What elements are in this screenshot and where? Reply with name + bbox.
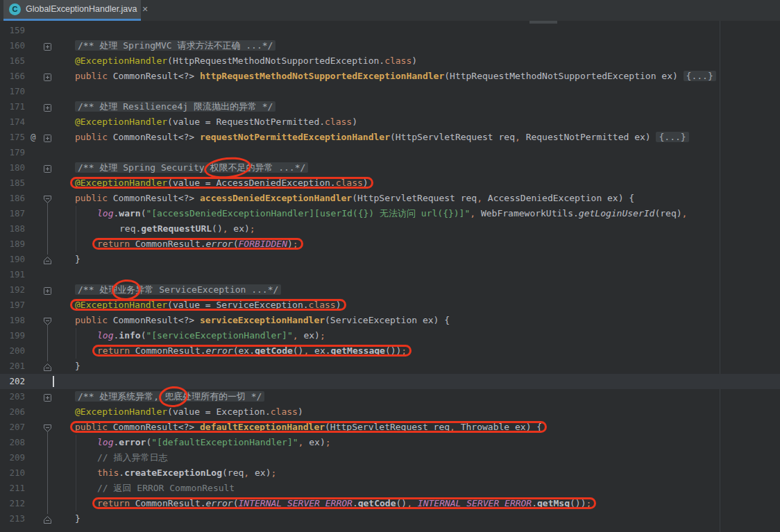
code-line: 192/** 处理业务异常 ServiceException ...*/ (0, 282, 780, 298)
fold-expand-icon[interactable] (43, 102, 52, 111)
line-number: 175 (4, 130, 25, 145)
line-number: 180 (4, 160, 25, 175)
code-line: 211// 返回 ERROR CommonResult (0, 481, 780, 496)
folded-comment: /** 处理 SpringMVC 请求方法不正确 ...*/ (75, 40, 275, 51)
line-number: 174 (4, 114, 25, 130)
line-number: 170 (4, 84, 25, 99)
code-line: 202 (0, 374, 780, 389)
code-line: 175@public CommonResult<?> requestNotPer… (0, 130, 780, 145)
line-number: 199 (4, 328, 25, 343)
code-text: // 返回 ERROR CommonResult (97, 481, 235, 496)
code-text: public CommonResult<?> accessDeniedExcep… (75, 191, 634, 206)
fold-start-icon[interactable] (43, 316, 52, 325)
code-line: 207public CommonResult<?> defaultExcepti… (0, 420, 780, 435)
code-line: 159 (0, 23, 780, 38)
code-line: 198public CommonResult<?> serviceExcepti… (0, 313, 780, 328)
line-number: 200 (4, 343, 25, 359)
code-line: 165@ExceptionHandler(HttpRequestMethodNo… (0, 53, 780, 69)
annotation-box: @ExceptionHandler(value = ServiceExcepti… (75, 300, 341, 310)
line-number: 191 (4, 267, 25, 282)
code-text: @ExceptionHandler(value = ServiceExcepti… (75, 298, 341, 313)
code-text: public CommonResult<?> httpRequestMethod… (75, 69, 716, 84)
fold-expand-icon[interactable] (43, 71, 52, 80)
line-number: 211 (4, 481, 25, 496)
code-line: 189return CommonResult.error(FORBIDDEN); (0, 237, 780, 252)
code-text: } (75, 359, 80, 374)
code-line: 201} (0, 359, 780, 374)
code-text: @ExceptionHandler(value = Exception.clas… (75, 404, 303, 420)
line-number: 202 (4, 374, 25, 389)
code-text: log.warn("[accessDeniedExceptionHandler]… (97, 206, 687, 221)
code-line: 180/** 处理 Spring Security 权限不足的异常 ...*/ (0, 160, 780, 175)
code-line: 191 (0, 267, 780, 282)
code-text: } (75, 252, 80, 267)
fold-end-icon[interactable] (43, 255, 52, 264)
code-text: @ExceptionHandler(value = RequestNotPerm… (75, 114, 357, 130)
code-editor[interactable]: 159160/** 处理 SpringMVC 请求方法不正确 ...*/165@… (0, 21, 780, 532)
indent-guide (76, 435, 76, 511)
code-line: 210this.createExceptionLog(req, ex); (0, 465, 780, 481)
indent-guide (76, 328, 76, 359)
folded-comment: /** 处理系统异常, 兜底处理所有的一切 */ (75, 391, 264, 402)
code-text: } (75, 511, 80, 526)
fold-region-line (47, 432, 48, 514)
code-line: 174@ExceptionHandler(value = RequestNotP… (0, 114, 780, 130)
code-line: 188req.getRequestURL(), ex); (0, 221, 780, 237)
fold-expand-icon[interactable] (43, 163, 52, 172)
line-number: 203 (4, 389, 25, 404)
code-line: 199log.info("[serviceExceptionHandler]",… (0, 328, 780, 343)
close-tab-icon[interactable]: ✕ (142, 0, 149, 19)
fold-end-icon[interactable] (43, 514, 52, 523)
folded-comment: /** 处理 Resilience4j 限流抛出的异常 */ (75, 101, 275, 112)
code-line: 190} (0, 252, 780, 267)
fold-start-icon[interactable] (43, 422, 52, 431)
line-number: 209 (4, 450, 25, 465)
line-number: 206 (4, 404, 25, 420)
code-text: public CommonResult<?> defaultExceptionH… (75, 420, 542, 435)
fold-start-icon[interactable] (43, 194, 52, 203)
code-line: 187log.warn("[accessDeniedExceptionHandl… (0, 206, 780, 221)
fold-end-icon[interactable] (43, 361, 52, 370)
code-text: /** 处理业务异常 ServiceException ...*/ (75, 282, 281, 298)
code-line: 208log.error("[defaultExceptionHandler]"… (0, 435, 780, 450)
code-line: 197@ExceptionHandler(value = ServiceExce… (0, 298, 780, 313)
fold-expand-icon[interactable] (43, 41, 52, 50)
line-number: 208 (4, 435, 25, 450)
code-text: req.getRequestURL(), ex); (119, 221, 255, 237)
fold-expand-icon[interactable] (43, 285, 52, 294)
code-text: /** 处理 Spring Security 权限不足的异常 ...*/ (75, 160, 308, 175)
fold-expand-icon[interactable] (43, 392, 52, 401)
line-number: 192 (4, 282, 25, 298)
line-number: 187 (4, 206, 25, 221)
code-text: /** 处理 SpringMVC 请求方法不正确 ...*/ (75, 38, 275, 53)
line-number: 197 (4, 298, 25, 313)
editor-tab[interactable]: C GlobalExceptionHandler.java ✕ (3, 0, 141, 19)
line-number: 213 (4, 511, 25, 526)
code-line: 206@ExceptionHandler(value = Exception.c… (0, 404, 780, 420)
code-text: return CommonResult.error(INTERNAL_SERVE… (97, 496, 591, 511)
fold-region-line (47, 203, 48, 255)
code-line: 209// 插入异常日志 (0, 450, 780, 465)
code-text: this.createExceptionLog(req, ex); (97, 465, 276, 481)
circled-text: 兜底 (164, 389, 183, 404)
code-text: @ExceptionHandler(HttpRequestMethodNotSu… (75, 53, 417, 69)
code-line: 160/** 处理 SpringMVC 请求方法不正确 ...*/ (0, 38, 780, 53)
fold-expand-icon[interactable] (43, 132, 52, 141)
code-line: 166public CommonResult<?> httpRequestMet… (0, 69, 780, 84)
annotation-box: return CommonResult.error(ex.getCode(), … (97, 345, 407, 356)
code-line: 200return CommonResult.error(ex.getCode(… (0, 343, 780, 359)
annotation-box: return CommonResult.error(FORBIDDEN); (97, 239, 298, 249)
circled-text: 权限不足 (210, 160, 246, 175)
line-number: 171 (4, 99, 25, 114)
code-line: 185@ExceptionHandler(value = AccessDenie… (0, 175, 780, 191)
class-icon: C (9, 3, 21, 15)
code-text: /** 处理 Resilience4j 限流抛出的异常 */ (75, 99, 275, 114)
code-text: return CommonResult.error(FORBIDDEN); (97, 237, 298, 252)
folded-comment: /** 处理 Spring Security 权限不足的异常 ...*/ (75, 162, 308, 173)
line-number: 201 (4, 359, 25, 374)
line-number: 160 (4, 38, 25, 53)
line-number: 165 (4, 53, 25, 69)
code-text: public CommonResult<?> serviceExceptionH… (75, 313, 450, 328)
annotation-box: @ExceptionHandler(value = AccessDeniedEx… (75, 178, 368, 188)
line-number: 212 (4, 496, 25, 511)
